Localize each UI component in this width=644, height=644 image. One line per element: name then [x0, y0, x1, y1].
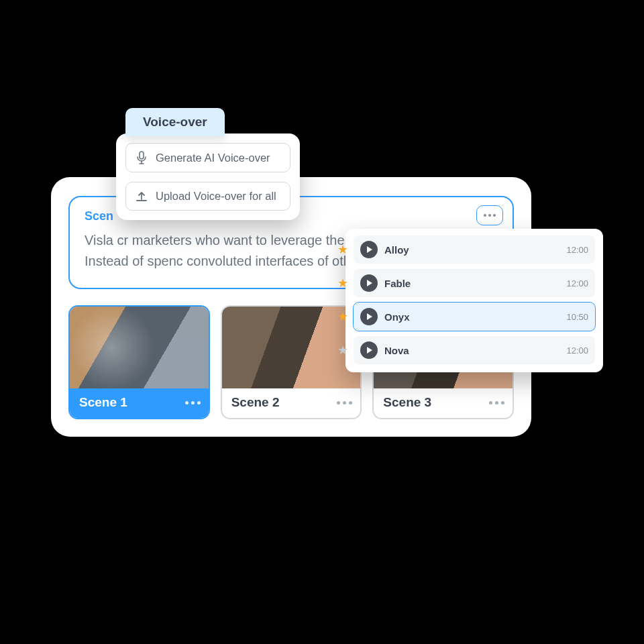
scene-label: Scene 2 [231, 395, 280, 410]
generate-ai-voiceover-label: Generate AI Voice-over [156, 152, 270, 164]
scene-footer: Scene 3 [374, 388, 513, 418]
voice-list-panel: ★ Alloy 12:00 ★ Fable 12:00 ★ Onyx 10:50… [345, 229, 603, 372]
star-icon[interactable]: ★ [337, 311, 348, 323]
scene-footer: Scene 1 [70, 388, 209, 418]
voice-name: Onyx [384, 311, 559, 323]
play-icon[interactable] [360, 341, 378, 359]
svg-rect-0 [140, 152, 144, 159]
voice-duration: 10:50 [566, 312, 588, 322]
voice-duration: 12:00 [566, 245, 588, 255]
star-icon[interactable]: ★ [337, 244, 348, 256]
scene-card-1[interactable]: Scene 1 [68, 305, 210, 419]
generate-ai-voiceover-button[interactable]: Generate AI Voice-over [125, 143, 290, 172]
mic-icon [136, 151, 148, 164]
upload-voiceover-button[interactable]: Upload Voice-over for all [125, 182, 290, 211]
scene-label-short: Scen [85, 209, 113, 223]
voice-row-alloy[interactable]: ★ Alloy 12:00 [354, 235, 595, 264]
upload-voiceover-label: Upload Voice-over for all [156, 190, 276, 203]
scene-label: Scene 1 [79, 395, 127, 410]
voice-name: Fable [384, 278, 559, 289]
voiceover-tab[interactable]: Voice-over [125, 108, 225, 136]
voice-row-nova[interactable]: ★ Nova 12:00 [354, 336, 595, 364]
play-icon[interactable] [360, 308, 378, 325]
scene-label: Scene 3 [383, 395, 431, 410]
more-icon[interactable] [489, 401, 504, 405]
voice-name: Alloy [384, 244, 559, 256]
star-icon[interactable]: ★ [337, 344, 348, 356]
play-icon[interactable] [360, 241, 378, 258]
voice-name: Nova [384, 345, 559, 356]
voice-row-fable[interactable]: ★ Fable 12:00 [354, 269, 595, 297]
more-icon[interactable] [185, 401, 201, 405]
star-icon[interactable]: ★ [337, 277, 348, 289]
scene-script-more-button[interactable] [476, 205, 503, 225]
upload-icon [136, 191, 148, 203]
voice-row-onyx[interactable]: ★ Onyx 10:50 [354, 303, 595, 331]
voice-duration: 12:00 [566, 278, 588, 288]
scene-thumbnail [70, 307, 209, 388]
play-icon[interactable] [360, 274, 378, 292]
scene-footer: Scene 2 [222, 388, 361, 418]
voiceover-panel: Voice-over Generate AI Voice-over Upload… [116, 133, 300, 220]
voice-duration: 12:00 [566, 345, 588, 356]
more-icon[interactable] [337, 401, 352, 405]
